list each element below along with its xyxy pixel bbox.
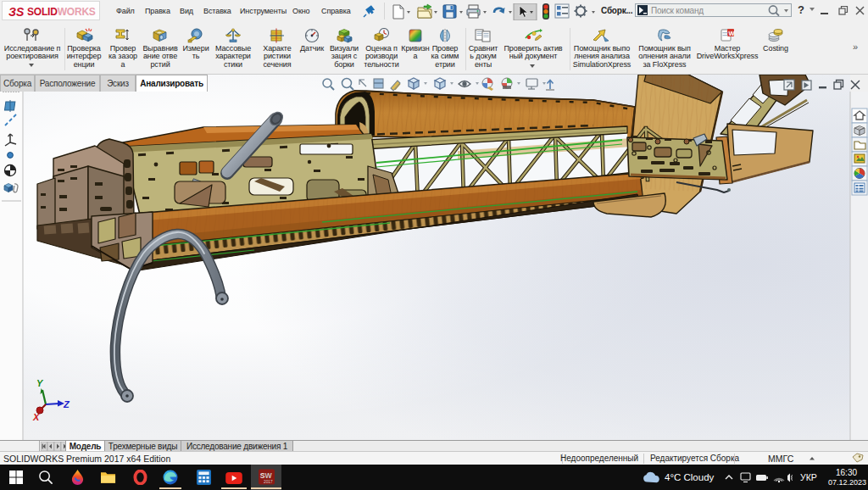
svg-text:2017: 2017: [264, 480, 273, 484]
svg-text:SW: SW: [260, 471, 273, 480]
svg-text:Z: Z: [63, 399, 70, 409]
svg-text:SOLIDWORKS: SOLIDWORKS: [27, 6, 96, 18]
svg-text:ЗS: ЗS: [8, 5, 25, 19]
svg-text:X: X: [32, 412, 40, 422]
svg-text:W: W: [729, 30, 736, 37]
